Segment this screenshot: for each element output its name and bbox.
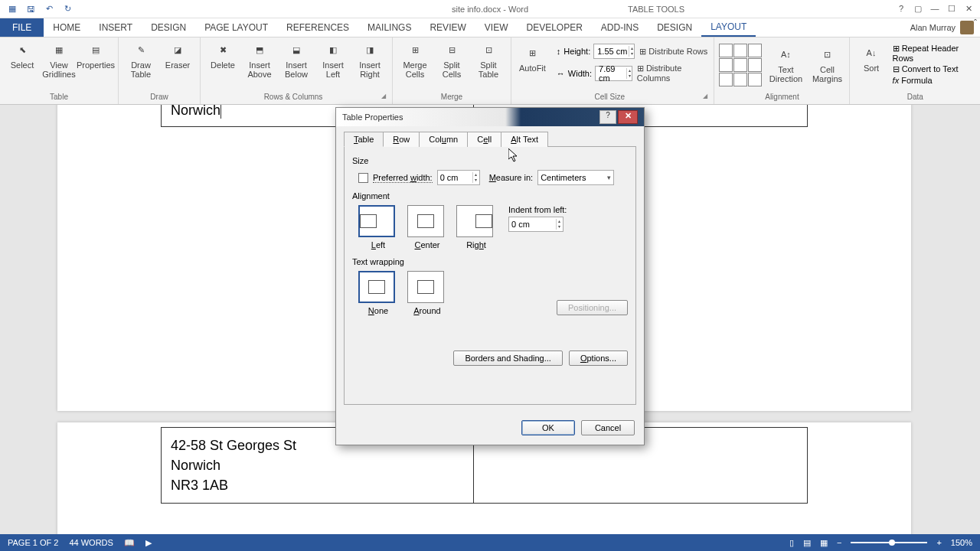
text-cursor xyxy=(220,105,221,119)
insert-left-icon: ◧ xyxy=(324,41,342,59)
view-web-icon[interactable]: ▦ xyxy=(820,538,828,548)
dialog-launcher-icon[interactable]: ◢ xyxy=(381,93,386,99)
wrap-none-option[interactable]: None xyxy=(358,271,398,315)
user-avatar-icon xyxy=(960,21,974,34)
options-button[interactable]: Options... xyxy=(569,350,628,366)
macro-icon[interactable]: ▶ xyxy=(145,538,152,548)
insert-right-button[interactable]: ◨Insert Right xyxy=(352,39,387,80)
ok-button[interactable]: OK xyxy=(521,420,575,435)
user-area[interactable]: Alan Murray xyxy=(910,18,980,37)
zoom-in-icon[interactable]: + xyxy=(936,538,941,547)
undo-icon[interactable]: ↶ xyxy=(43,3,55,15)
tab-references[interactable]: REFERENCES xyxy=(277,18,358,37)
insert-left-button[interactable]: ◧Insert Left xyxy=(315,39,351,80)
tab-mailings[interactable]: MAILINGS xyxy=(358,18,420,37)
split-table-button[interactable]: ⊡Split Table xyxy=(471,39,506,80)
alignment-grid[interactable] xyxy=(719,44,762,86)
draw-table-button[interactable]: ✎Draw Table xyxy=(123,39,158,80)
cell-margins-button[interactable]: ⊡Cell Margins xyxy=(809,44,844,85)
sort-button[interactable]: A↓Sort xyxy=(854,42,887,74)
distribute-rows-button[interactable]: ⊞ Distribute Rows xyxy=(638,45,709,58)
align-center-option[interactable]: Center xyxy=(407,205,447,249)
dialog-tab-cell[interactable]: Cell xyxy=(467,132,501,147)
view-print-icon[interactable]: ▤ xyxy=(803,538,811,548)
close-window-icon[interactable]: ✕ xyxy=(962,4,975,14)
group-draw: ✎Draw Table ◪Eraser Draw xyxy=(119,37,201,104)
tab-page-layout[interactable]: PAGE LAYOUT xyxy=(195,18,277,37)
dialog-tab-table[interactable]: Table xyxy=(344,132,384,147)
dialog-tab-row[interactable]: Row xyxy=(383,132,420,147)
ribbon-toggle-icon[interactable]: ▢ xyxy=(911,4,925,14)
minimize-icon[interactable]: — xyxy=(928,4,942,14)
dialog-tab-column[interactable]: Column xyxy=(419,132,468,147)
height-input[interactable]: 1.55 cm xyxy=(593,44,635,59)
view-read-icon[interactable]: ▯ xyxy=(789,538,794,548)
convert-text-button[interactable]: ⊟ Convert to Text xyxy=(893,64,975,74)
insert-below-button[interactable]: ⬓Insert Below xyxy=(279,39,314,80)
distribute-columns-button[interactable]: ⊞ Distribute Columns xyxy=(635,62,710,84)
wrap-around-option[interactable]: Around xyxy=(407,271,447,315)
indent-from-left-input[interactable]: 0 cm xyxy=(508,217,564,232)
preferred-width-checkbox[interactable] xyxy=(358,173,368,183)
cancel-button[interactable]: Cancel xyxy=(581,420,635,435)
view-gridlines-button[interactable]: ▦View Gridlines xyxy=(41,39,77,80)
dialog-help-icon[interactable]: ? xyxy=(599,110,616,124)
text-direction-icon: A↕ xyxy=(776,45,795,64)
tab-insert[interactable]: INSERT xyxy=(90,18,142,37)
split-cells-icon: ⊟ xyxy=(443,41,461,59)
dialog-titlebar[interactable]: Table Properties ? ✕ xyxy=(336,108,644,126)
tab-home[interactable]: HOME xyxy=(44,18,90,37)
group-label-rows-cols: Rows & Columns◢ xyxy=(205,93,387,103)
text-direction-button[interactable]: A↕Text Direction xyxy=(768,44,803,85)
preferred-width-input[interactable]: 0 cm xyxy=(437,170,480,185)
dialog-close-icon[interactable]: ✕ xyxy=(618,110,638,124)
help-icon[interactable]: ? xyxy=(894,4,908,14)
group-label-merge: Merge xyxy=(397,93,506,103)
properties-button[interactable]: ▤Properties xyxy=(78,39,113,71)
tab-file[interactable]: FILE xyxy=(0,18,44,37)
properties-icon: ▤ xyxy=(87,41,105,59)
split-table-icon: ⊡ xyxy=(479,41,498,59)
spell-check-icon[interactable]: 📖 xyxy=(124,538,135,548)
collapse-ribbon-icon[interactable]: ˆ xyxy=(974,18,977,29)
maximize-icon[interactable]: ☐ xyxy=(945,4,959,14)
insert-above-icon: ⬒ xyxy=(250,41,269,59)
height-icon: ↕ xyxy=(557,47,561,56)
dialog-tabs: Table Row Column Cell Alt Text xyxy=(344,131,636,147)
eraser-button[interactable]: ◪Eraser xyxy=(160,39,195,71)
select-button[interactable]: ⬉Select xyxy=(5,39,40,71)
align-right-option[interactable]: Right xyxy=(456,205,496,249)
tab-design-main[interactable]: DESIGN xyxy=(142,18,195,37)
save-icon[interactable]: 🖫 xyxy=(24,3,37,15)
zoom-slider[interactable] xyxy=(851,542,927,543)
align-left-option[interactable]: Left xyxy=(358,205,398,249)
insert-below-icon: ⬓ xyxy=(287,41,305,59)
page-indicator[interactable]: PAGE 1 OF 2 xyxy=(8,538,58,547)
word-count[interactable]: 44 WORDS xyxy=(69,538,113,547)
merge-cells-button[interactable]: ⊞Merge Cells xyxy=(397,39,433,80)
autofit-button[interactable]: ⊞AutoFit xyxy=(516,42,549,86)
gridlines-icon: ▦ xyxy=(50,41,68,59)
zoom-level[interactable]: 150% xyxy=(951,538,972,547)
repeat-header-button[interactable]: ⊞ Repeat Header Rows xyxy=(893,44,975,63)
redo-icon[interactable]: ↻ xyxy=(61,3,74,15)
autofit-icon: ⊞ xyxy=(523,44,541,62)
insert-above-button[interactable]: ⬒Insert Above xyxy=(242,39,277,80)
tab-design[interactable]: DESIGN xyxy=(648,18,701,37)
dialog-tab-alttext[interactable]: Alt Text xyxy=(501,132,548,147)
cellsize-launcher-icon[interactable]: ◢ xyxy=(703,93,707,99)
width-input[interactable]: 7.69 cm xyxy=(595,66,632,81)
group-label-cellsize: Cell Size◢ xyxy=(516,93,709,103)
positioning-button: Positioning... xyxy=(557,300,628,315)
tab-developer[interactable]: DEVELOPER xyxy=(517,18,591,37)
tab-layout[interactable]: LAYOUT xyxy=(701,18,756,37)
tab-view[interactable]: VIEW xyxy=(475,18,518,37)
tab-addins[interactable]: ADD-INS xyxy=(592,18,648,37)
tab-review[interactable]: REVIEW xyxy=(420,18,475,37)
delete-button[interactable]: ✖Delete xyxy=(205,39,240,71)
zoom-out-icon[interactable]: − xyxy=(837,538,841,547)
borders-shading-button[interactable]: Borders and Shading... xyxy=(453,350,563,366)
split-cells-button[interactable]: ⊟Split Cells xyxy=(434,39,469,80)
measure-in-combo[interactable]: Centimeters xyxy=(537,170,614,185)
formula-button[interactable]: fx Formula xyxy=(893,76,975,85)
